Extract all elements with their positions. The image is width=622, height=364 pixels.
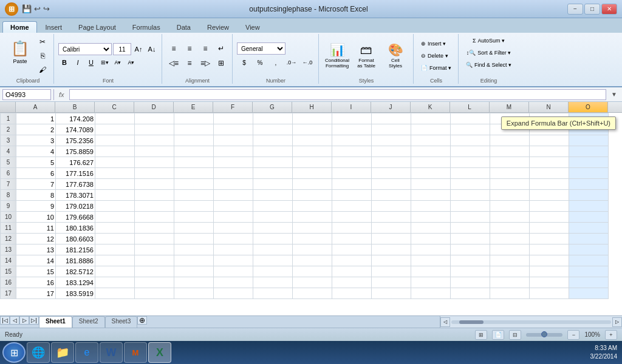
cell-empty[interactable]	[569, 234, 609, 244]
cell-empty[interactable]	[135, 179, 174, 190]
cell-empty[interactable]	[214, 234, 253, 244]
cell-empty[interactable]	[95, 113, 135, 124]
cell-empty[interactable]	[569, 201, 609, 212]
cell-empty[interactable]	[332, 234, 372, 244]
cell-empty[interactable]	[332, 288, 372, 299]
cell-empty[interactable]	[214, 179, 253, 190]
cell-empty[interactable]	[372, 255, 411, 266]
cut-button[interactable]: ✂	[35, 35, 50, 49]
cell-empty[interactable]	[411, 168, 451, 179]
cell-empty[interactable]	[332, 179, 372, 190]
cell-empty[interactable]	[135, 255, 174, 266]
cell-empty[interactable]	[293, 288, 332, 299]
cell-empty[interactable]	[530, 234, 569, 244]
cell-b14[interactable]: 181.8886	[56, 255, 95, 266]
cell-empty[interactable]	[174, 157, 214, 168]
cell-empty[interactable]	[253, 113, 293, 124]
tab-insert[interactable]: Insert	[38, 21, 70, 33]
cell-empty[interactable]	[174, 255, 214, 266]
cell-a4[interactable]: 4	[16, 146, 56, 157]
hscroll-thumb[interactable]	[459, 320, 483, 324]
cell-b11[interactable]: 180.1836	[56, 223, 95, 234]
cell-empty[interactable]	[411, 201, 451, 212]
row-header-1[interactable]: 1	[1, 113, 16, 124]
comma-button[interactable]: ,	[268, 56, 283, 69]
cell-empty[interactable]	[253, 234, 293, 244]
col-header-i[interactable]: I	[332, 102, 371, 112]
cell-empty[interactable]	[135, 168, 174, 179]
sheet-tab-sheet3[interactable]: Sheet3	[105, 316, 138, 328]
cell-empty[interactable]	[411, 223, 451, 234]
taskbar-explorer[interactable]: 📁	[51, 342, 74, 363]
cell-empty[interactable]	[569, 168, 609, 179]
cell-empty[interactable]	[411, 190, 451, 201]
cell-empty[interactable]	[95, 146, 135, 157]
insert-button[interactable]: ⊕ Insert ▾	[418, 38, 454, 49]
cell-empty[interactable]	[451, 266, 490, 277]
cell-empty[interactable]	[293, 146, 332, 157]
format-button[interactable]: 📄 Format ▾	[418, 62, 454, 73]
row-header-7[interactable]: 7	[1, 179, 16, 190]
percent-button[interactable]: %	[253, 56, 267, 69]
cell-empty[interactable]	[411, 234, 451, 244]
tab-page-layout[interactable]: Page Layout	[70, 21, 124, 33]
cell-empty[interactable]	[135, 212, 174, 223]
col-header-j[interactable]: J	[371, 102, 411, 112]
cell-empty[interactable]	[332, 277, 372, 288]
row-header-4[interactable]: 4	[1, 146, 16, 157]
col-header-c[interactable]: C	[95, 102, 134, 112]
office-button[interactable]: ⊞	[5, 2, 18, 16]
taskbar-chrome[interactable]: 🌐	[27, 342, 50, 363]
name-box[interactable]: O4993	[2, 89, 51, 100]
cell-empty[interactable]	[174, 113, 214, 124]
cell-empty[interactable]	[135, 124, 174, 135]
cell-empty[interactable]	[490, 135, 530, 146]
tab-view[interactable]: View	[238, 21, 268, 33]
cell-empty[interactable]	[332, 135, 372, 146]
cell-a3[interactable]: 3	[16, 135, 56, 146]
cell-empty[interactable]	[135, 266, 174, 277]
cell-empty[interactable]	[490, 277, 530, 288]
cell-empty[interactable]	[253, 223, 293, 234]
cell-empty[interactable]	[174, 190, 214, 201]
cell-empty[interactable]	[451, 288, 490, 299]
cell-empty[interactable]	[451, 201, 490, 212]
row-header-12[interactable]: 12	[1, 234, 16, 244]
cell-empty[interactable]	[372, 146, 411, 157]
cell-b15[interactable]: 182.5712	[56, 266, 95, 277]
cell-empty[interactable]	[411, 288, 451, 299]
find-select-button[interactable]: 🔍 Find & Select ▾	[463, 59, 514, 70]
row-header-16[interactable]: 16	[1, 277, 16, 288]
cell-empty[interactable]	[490, 288, 530, 299]
sheet-tab-sheet1[interactable]: Sheet1	[39, 316, 72, 328]
cell-empty[interactable]	[174, 288, 214, 299]
cell-empty[interactable]	[332, 266, 372, 277]
col-header-n[interactable]: N	[529, 102, 569, 112]
cell-b12[interactable]: 180.6603	[56, 234, 95, 244]
redo-icon[interactable]: ↪	[43, 4, 50, 13]
col-header-a[interactable]: A	[16, 102, 55, 112]
cell-empty[interactable]	[95, 244, 135, 255]
row-header-13[interactable]: 13	[1, 244, 16, 255]
col-header-o[interactable]: O	[569, 102, 608, 112]
align-center-button[interactable]: ≡	[182, 56, 197, 70]
page-break-view-button[interactable]: ⊟	[509, 330, 521, 340]
row-header-3[interactable]: 3	[1, 135, 16, 146]
cell-empty[interactable]	[135, 234, 174, 244]
zoom-slider[interactable]	[526, 333, 562, 337]
cell-empty[interactable]	[332, 223, 372, 234]
cell-empty[interactable]	[214, 244, 253, 255]
taskbar-excel[interactable]: X	[148, 342, 171, 363]
cell-empty[interactable]	[411, 266, 451, 277]
align-top-center-button[interactable]: ≡	[182, 42, 197, 55]
cell-empty[interactable]	[95, 124, 135, 135]
cell-empty[interactable]	[293, 234, 332, 244]
formula-input[interactable]	[69, 89, 607, 100]
cell-empty[interactable]	[214, 288, 253, 299]
cell-empty[interactable]	[451, 135, 490, 146]
zoom-out-button[interactable]: −	[567, 330, 579, 340]
cell-empty[interactable]	[490, 190, 530, 201]
cell-empty[interactable]	[293, 212, 332, 223]
cell-b16[interactable]: 183.1294	[56, 277, 95, 288]
cell-empty[interactable]	[135, 146, 174, 157]
